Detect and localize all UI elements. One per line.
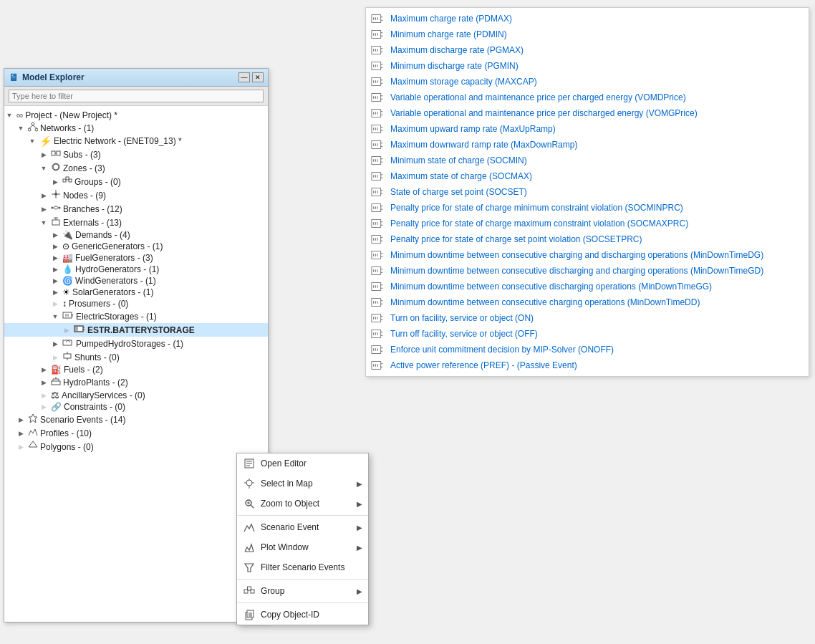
prop-item-off[interactable]: Turn off facility, service or object (OF…: [366, 326, 809, 342]
prop-item-mindowntimegd[interactable]: Minimum downtime between consecutive dis…: [366, 263, 809, 279]
tree-item-hydro-plants[interactable]: ▶ HydroPlants - (2): [4, 375, 268, 389]
svg-rect-73: [372, 47, 381, 54]
tree-item-shunts[interactable]: ▶ Shunts - (0): [4, 350, 268, 364]
tree-item-externals[interactable]: ▼ Externals - (13): [4, 216, 268, 229]
prop-item-socmax[interactable]: Maximum state of charge (SOCMAX): [366, 168, 809, 184]
menu-copy-id[interactable]: Copy Object-ID: [237, 605, 368, 625]
expander-subs[interactable]: ▶: [39, 150, 49, 160]
expander-fuels[interactable]: ▶: [39, 365, 49, 375]
expander-battery[interactable]: ▶: [62, 325, 72, 335]
tree-item-networks[interactable]: ▼ Networks - (1): [4, 121, 268, 135]
tree-item-project[interactable]: ▼ ∞ Project - (New Project) *: [4, 109, 268, 121]
menu-scenario-event[interactable]: Scenario Event ▶: [237, 517, 368, 537]
expander-fuel-gen[interactable]: ▶: [50, 253, 60, 263]
expander-zones[interactable]: ▼: [39, 163, 49, 173]
tree-item-demands[interactable]: ▶ 🔌 Demands - (4): [4, 229, 268, 241]
prop-item-pdmax[interactable]: Maximum charge rate (PDMAX): [366, 11, 809, 27]
tree-item-scenario-events[interactable]: ▶ Scenario Events - (14): [4, 413, 268, 426]
expander-externals[interactable]: ▼: [39, 218, 49, 228]
expander-generic-gen[interactable]: ▶: [50, 241, 60, 251]
prop-item-maxcap[interactable]: Maximum storage capacity (MAXCAP): [366, 74, 809, 90]
model-explorer-panel: 🖥 Model Explorer — ✕ ▼ ∞ Project - (New …: [4, 68, 269, 623]
tree-item-generic-gen[interactable]: ▶ ⊙ GenericGenerators - (1): [4, 241, 268, 252]
expander-branches[interactable]: ▶: [39, 204, 49, 214]
expander-demands[interactable]: ▶: [50, 230, 60, 240]
menu-select-in-map[interactable]: Select in Map ▶: [237, 474, 368, 494]
tree-item-prosumers[interactable]: ▶ ↕ Prosumers - (0): [4, 298, 268, 309]
prop-icon-maxupramp: [370, 122, 386, 135]
prop-label-pref: Active power reference (PREF) - (Passive…: [390, 360, 577, 370]
expander-networks[interactable]: ▼: [16, 123, 26, 133]
tree-item-nodes[interactable]: ▶ Nodes - (9): [4, 188, 268, 202]
expander-constraints[interactable]: ▶: [39, 402, 49, 412]
tree-item-subs[interactable]: ▶ Subs - (3): [4, 148, 268, 161]
tree-item-wind-gen[interactable]: ▶ 🌀 WindGenerators - (1): [4, 275, 268, 287]
properties-panel: Maximum charge rate (PDMAX) Minimum char…: [365, 7, 809, 377]
expander-elec-storages[interactable]: ▼: [50, 312, 60, 322]
prop-item-mindowntimedd[interactable]: Minimum downtime between consecutive cha…: [366, 294, 809, 310]
prop-item-pgmin[interactable]: Minimum discharge rate (PGMIN): [366, 58, 809, 74]
prop-item-mindowntimedg[interactable]: Minimum downtime between consecutive cha…: [366, 247, 809, 263]
prop-item-pdmin[interactable]: Minimum charge rate (PDMIN): [366, 27, 809, 42]
prop-label-maxdownramp: Maximum downward ramp rate (MaxDownRamp): [390, 140, 577, 150]
tree-item-hydro-gen[interactable]: ▶ 💧 HydroGenerators - (1): [4, 264, 268, 275]
filter-input[interactable]: [9, 90, 264, 102]
prop-item-on[interactable]: Turn on facility, service or object (ON): [366, 310, 809, 326]
expander-polygons[interactable]: ▶: [16, 442, 26, 452]
minimize-button[interactable]: —: [238, 72, 250, 82]
tree-item-solar-gen[interactable]: ▶ ☀ SolarGenerators - (1): [4, 287, 268, 298]
prop-item-socsetprc[interactable]: Penalty price for state of charge set po…: [366, 231, 809, 247]
menu-open-editor[interactable]: Open Editor: [237, 453, 368, 474]
expander-hydro-plants[interactable]: ▶: [39, 378, 49, 388]
prop-item-socmin[interactable]: Minimum state of charge (SOCMIN): [366, 153, 809, 168]
prop-item-mindowntimegg[interactable]: Minimum downtime between consecutive dis…: [366, 279, 809, 294]
prop-item-vomgprice[interactable]: Variable operational and maintenance pri…: [366, 105, 809, 121]
tree-item-fuel-gen[interactable]: ▶ 🏭 FuelGenerators - (3): [4, 252, 268, 264]
prop-item-pref[interactable]: Active power reference (PREF) - (Passive…: [366, 357, 809, 373]
tree-item-groups[interactable]: ▶ Groups - (0): [4, 175, 268, 188]
close-button[interactable]: ✕: [252, 72, 264, 82]
prop-label-mindowntimegd: Minimum downtime between consecutive dis…: [390, 266, 763, 276]
prop-item-onoff[interactable]: Enforce unit commitment decision by MIP-…: [366, 342, 809, 357]
expander-scenario-events[interactable]: ▶: [16, 415, 26, 425]
tree-item-fuels[interactable]: ▶ ⛽ Fuels - (2): [4, 364, 268, 375]
expander-prosumers[interactable]: ▶: [50, 299, 60, 309]
expander-nodes[interactable]: ▶: [39, 191, 49, 201]
prop-item-socset[interactable]: State of charge set point (SOCSET): [366, 184, 809, 200]
tree-item-electric-network[interactable]: ▼ ⚡ Electric Network - (ENET09_13) *: [4, 135, 268, 148]
prop-item-maxupramp[interactable]: Maximum upward ramp rate (MaxUpRamp): [366, 121, 809, 137]
tree-item-ancillary[interactable]: ▶ ⚖ AncillaryServices - (0): [4, 389, 268, 401]
tree-item-polygons[interactable]: ▶ Polygons - (0): [4, 440, 268, 453]
prop-item-pgmax[interactable]: Maximum discharge rate (PGMAX): [366, 42, 809, 58]
menu-zoom-to-object[interactable]: Zoom to Object ▶: [237, 494, 368, 514]
expander-wind-gen[interactable]: ▶: [50, 276, 60, 286]
prop-item-maxdownramp[interactable]: Maximum downward ramp rate (MaxDownRamp): [366, 137, 809, 153]
svg-rect-97: [372, 110, 381, 117]
project-icon: ∞: [16, 110, 23, 120]
expander-profiles[interactable]: ▶: [16, 428, 26, 438]
expander-enet[interactable]: ▼: [27, 136, 37, 146]
prop-icon-pgmin: [370, 59, 386, 72]
tree-item-elec-storages[interactable]: ▼ ElectricStorages - (1): [4, 309, 268, 323]
expander-groups[interactable]: ▶: [50, 177, 60, 187]
expander-project[interactable]: ▼: [4, 110, 14, 120]
prop-item-socmaxprc[interactable]: Penalty price for state of charge maximu…: [366, 216, 809, 231]
separator-2: [237, 579, 368, 580]
tree-item-constraints[interactable]: ▶ 🔗 Constraints - (0): [4, 401, 268, 413]
tree-item-estr-battery[interactable]: ▶ ESTR.BATTERYSTORAGE: [4, 323, 268, 337]
prop-item-vomdprice[interactable]: Variable operational and maintenance pri…: [366, 90, 809, 105]
svg-rect-67: [372, 31, 381, 39]
expander-solar-gen[interactable]: ▶: [50, 287, 60, 297]
tree-item-branches[interactable]: ▶ Branches - (12): [4, 202, 268, 216]
expander-pumped-hydro[interactable]: ▶: [50, 339, 60, 349]
menu-filter-scenario[interactable]: Filter Scenario Events: [237, 557, 368, 577]
expander-shunts[interactable]: ▶: [50, 352, 60, 362]
tree-item-pumped-hydro[interactable]: ▶ PumpedHydroStorages - (1): [4, 337, 268, 350]
menu-plot-window[interactable]: Plot Window ▶: [237, 537, 368, 557]
tree-item-zones[interactable]: ▼ Zones - (3): [4, 161, 268, 175]
prop-item-socminprc[interactable]: Penalty price for state of charge minimu…: [366, 200, 809, 216]
menu-group[interactable]: Group ▶: [237, 581, 368, 601]
expander-ancillary[interactable]: ▶: [39, 390, 49, 400]
expander-hydro-gen[interactable]: ▶: [50, 264, 60, 274]
tree-item-profiles[interactable]: ▶ Profiles - (10): [4, 426, 268, 440]
